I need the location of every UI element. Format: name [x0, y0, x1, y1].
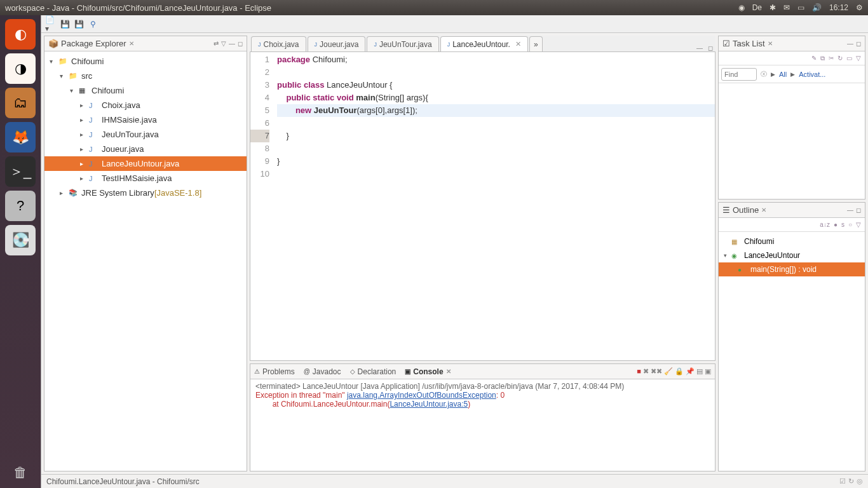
hide-static-icon[interactable]: s [841, 221, 844, 228]
hide-nonpublic-icon[interactable]: ○ [848, 221, 852, 228]
bottom-tab-console[interactable]: ▣ Console ✕ [405, 367, 451, 376]
battery-icon[interactable]: ▭ [797, 3, 804, 12]
keyboard-layout[interactable]: De [752, 3, 762, 12]
code-area[interactable]: package Chifoumi; public class LanceJeuU… [273, 52, 715, 360]
files-icon[interactable]: 🗂 [5, 88, 36, 118]
sb-sync-icon[interactable]: ↻ [848, 477, 854, 485]
close-view-icon[interactable]: ✕ [129, 40, 134, 47]
eclipse-app-icon[interactable]: ◑ [5, 53, 36, 84]
main-toolbar: 📄▾ 💾 💾 ⚲ [41, 15, 868, 33]
editor-tab[interactable]: JJoueur.java [308, 36, 366, 51]
bottom-tab-problems[interactable]: ⚠ Problems [254, 367, 295, 376]
editor-tab[interactable]: JJeuUnTour.java [367, 36, 438, 51]
terminate-icon[interactable]: ■ [637, 367, 641, 376]
minimize-tasklist-icon[interactable]: — [847, 40, 853, 47]
categorize-icon[interactable]: ⧉ [820, 55, 825, 62]
mail-icon[interactable]: ✉ [783, 3, 790, 12]
display-console-icon[interactable]: ▤ [696, 367, 703, 376]
remove-launch-icon[interactable]: ✖ [643, 367, 649, 376]
wifi-icon[interactable]: ◉ [738, 3, 745, 12]
volume-icon[interactable]: 🔊 [812, 3, 822, 12]
close-tab-icon[interactable]: ✕ [515, 40, 521, 48]
package-tree[interactable]: ▾📁Chifoumi▾📁src▾▦Chifoumi▸JChoix.java▸JI… [44, 51, 247, 471]
view-menu-icon[interactable]: ▽ [221, 40, 226, 47]
status-bar: Chifoumi.LanceJeuUntour.java - Chifoumi/… [41, 474, 868, 488]
tree-item[interactable]: ▾📁Chifoumi [44, 54, 247, 69]
window-title: workspace - Java - Chifoumi/src/Chifoumi… [5, 3, 271, 13]
bluetooth-icon[interactable]: ✱ [770, 3, 776, 12]
editor-tab[interactable]: JChoix.java [251, 36, 306, 51]
disk-icon[interactable]: 💽 [5, 225, 36, 255]
sort-icon[interactable]: a↓z [820, 221, 830, 228]
sync-icon[interactable]: ↻ [837, 55, 843, 62]
tree-item[interactable]: ▾📁src [44, 69, 247, 83]
focus-icon[interactable]: ✂ [829, 55, 834, 62]
save-all-icon[interactable]: 💾 [73, 18, 85, 30]
hide-fields-icon[interactable]: ● [834, 221, 837, 228]
remove-all-icon[interactable]: ✖✖ [651, 367, 662, 376]
code-editor[interactable]: 12345678910 package Chifoumi; public cla… [250, 52, 715, 361]
system-tray: ◉ De ✱ ✉ ▭ 🔊 16:12 ⚙ [738, 3, 863, 12]
activate-link[interactable]: Activat... [799, 71, 825, 78]
maximize-outline-icon[interactable]: ◻ [856, 207, 861, 214]
clear-console-icon[interactable]: 🧹 [664, 367, 673, 376]
tree-item[interactable]: ▸JJeuUnTour.java [44, 127, 247, 142]
maximize-view-icon[interactable]: ◻ [238, 40, 243, 47]
tree-item[interactable]: ▾▦Chifoumi [44, 83, 247, 98]
console-view: ⚠ Problems@ Javadoc◇ Declaration▣ Consol… [250, 363, 715, 471]
terminal-icon[interactable]: ＞_ [5, 156, 36, 187]
outline-class[interactable]: ▾◉ LanceJeuUntour [719, 248, 865, 262]
sb-tasks-icon[interactable]: ☑ [839, 477, 846, 485]
help-icon[interactable]: ? [5, 191, 36, 221]
outline-toolbar: a↓z ● s ○ ▽ [719, 218, 865, 232]
tree-item[interactable]: ▸JChoix.java [44, 98, 247, 112]
dash-icon[interactable]: ◐ [5, 19, 36, 50]
search-icon[interactable]: ⚲ [87, 18, 98, 30]
link-editor-icon[interactable]: ⇄ [214, 40, 219, 47]
editor-tab[interactable]: JLanceJeuUntour.✕ [440, 36, 528, 51]
chevron-right-icon-2: ▶ [790, 71, 795, 78]
new-icon[interactable]: 📄▾ [45, 18, 57, 30]
task-list-body [719, 83, 865, 199]
bottom-tab-declaration[interactable]: ◇ Declaration [350, 367, 397, 376]
trash-icon[interactable]: 🗑 [5, 458, 36, 488]
clear-find-icon[interactable]: ⓧ [761, 70, 767, 79]
task-find-bar: ⓧ ▶ All ▶ Activat... [719, 65, 865, 83]
minimize-editor-icon[interactable]: — [694, 44, 705, 51]
unity-launcher: ◐ ◑ 🗂 🦊 ＞_ ? 💽 🗑 [0, 15, 41, 488]
package-explorer-view: 📦 Package Explorer ✕ ⇄ ▽ — ◻ ▾📁Chifoumi▾… [44, 36, 247, 471]
minimize-view-icon[interactable]: — [229, 40, 235, 47]
pin-console-icon[interactable]: 📌 [686, 367, 695, 376]
minimize-outline-icon[interactable]: — [847, 207, 853, 214]
tree-item[interactable]: ▸JTestIHMSaisie.java [44, 171, 247, 186]
collapse-icon[interactable]: ▭ [846, 55, 852, 62]
new-task-icon[interactable]: ✎ [811, 55, 817, 62]
bottom-tab-javadoc[interactable]: @ Javadoc [304, 367, 341, 376]
outline-view: ☰ Outline ✕ — ◻ a↓z ● s ○ ▽ [718, 202, 865, 471]
outline-tree[interactable]: ▦ Chifoumi ▾◉ LanceJeuUntour ● main(Stri… [719, 232, 865, 471]
outline-method[interactable]: ● main(String[]) : void [719, 262, 865, 276]
scroll-lock-icon[interactable]: 🔒 [675, 367, 684, 376]
outline-menu-icon[interactable]: ▽ [856, 221, 861, 228]
tree-item[interactable]: ▸📚JRE System Library [JavaSE-1.8] [44, 186, 247, 200]
outline-package[interactable]: ▦ Chifoumi [719, 234, 865, 248]
tree-item[interactable]: ▸JLanceJeuUntour.java [44, 156, 247, 171]
outline-header: ☰ Outline ✕ — ◻ [719, 203, 865, 218]
close-tasklist-icon[interactable]: ✕ [768, 40, 773, 47]
tree-item[interactable]: ▸JJoueur.java [44, 142, 247, 156]
maximize-editor-icon[interactable]: ◻ [705, 44, 715, 51]
close-outline-icon[interactable]: ✕ [761, 207, 766, 214]
firefox-icon[interactable]: 🦊 [5, 122, 36, 152]
settings-gear-icon[interactable]: ⚙ [856, 3, 863, 12]
sb-focus-icon[interactable]: ◎ [857, 477, 863, 485]
task-menu-icon[interactable]: ▽ [856, 55, 861, 62]
all-filter-link[interactable]: All [779, 71, 787, 78]
show-list-icon[interactable]: » [529, 36, 543, 51]
console-output[interactable]: <terminated> LanceJeuUntour [Java Applic… [250, 379, 715, 471]
maximize-tasklist-icon[interactable]: ◻ [856, 40, 861, 47]
tree-item[interactable]: ▸JIHMSaisie.java [44, 112, 247, 127]
open-console-icon[interactable]: ▣ [705, 367, 711, 376]
clock[interactable]: 16:12 [829, 3, 848, 12]
save-icon[interactable]: 💾 [59, 18, 71, 30]
task-find-input[interactable] [721, 68, 757, 81]
